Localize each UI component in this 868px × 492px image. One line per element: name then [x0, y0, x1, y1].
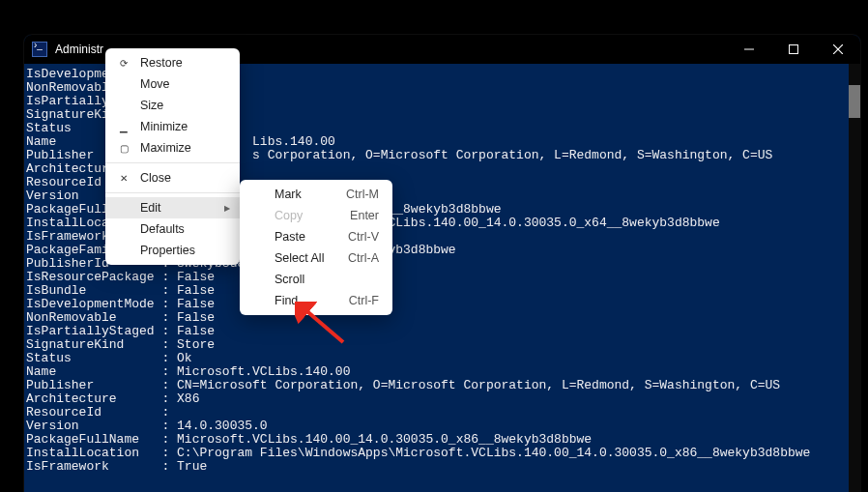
- menu-item-label: Minimize: [140, 120, 188, 133]
- menu-item-label: Select All: [275, 251, 324, 265]
- menu-glyph-icon: ✕: [117, 173, 130, 184]
- menu-item-label: Restore: [140, 56, 183, 70]
- system-menu-item-size[interactable]: Size: [105, 95, 240, 116]
- edit-menu-item-mark[interactable]: MarkCtrl-M: [240, 184, 392, 205]
- system-menu-item-minimize[interactable]: ▁Minimize: [105, 116, 240, 137]
- menu-item-shortcut: Enter: [350, 209, 379, 222]
- menu-item-label: Scroll: [275, 273, 304, 286]
- menu-item-shortcut: Ctrl-V: [348, 230, 379, 244]
- system-menu-item-separator: [105, 162, 240, 163]
- scrollbar-thumb[interactable]: [849, 85, 860, 118]
- edit-menu-item-copy: CopyEnter: [240, 205, 392, 226]
- terminal-line: NonRemovable : False: [26, 311, 849, 325]
- terminal-line: IsDevelopmentMode : False: [26, 298, 849, 311]
- menu-glyph-icon: ⟳: [117, 58, 130, 69]
- menu-item-shortcut: Ctrl-M: [346, 188, 379, 201]
- edit-submenu: MarkCtrl-MCopyEnterPasteCtrl-VSelect All…: [240, 180, 392, 315]
- edit-menu-item-find[interactable]: Find...Ctrl-F: [240, 290, 392, 311]
- menu-item-label: Mark: [275, 188, 302, 201]
- menu-item-label: Copy: [275, 209, 303, 222]
- terminal-line: Architecture : X86: [26, 392, 849, 406]
- edit-menu-item-select-all[interactable]: Select AllCtrl-A: [240, 247, 392, 269]
- maximize-button[interactable]: [771, 35, 816, 64]
- terminal-line: Publisher : CN=Microsoft Corporation, O=…: [26, 379, 849, 392]
- scrollbar-track[interactable]: [849, 64, 860, 492]
- system-menu-item-maximize[interactable]: ▢Maximize: [105, 137, 240, 159]
- system-menu-item-edit[interactable]: Edit▶: [105, 197, 240, 218]
- system-menu-item-move[interactable]: Move: [105, 73, 240, 95]
- terminal-line: Status : Ok: [26, 352, 849, 365]
- system-menu: ⟳RestoreMoveSize▁Minimize▢Maximize✕Close…: [105, 48, 240, 265]
- terminal-line: SignatureKind : Store: [26, 338, 849, 352]
- menu-item-label: Close: [140, 171, 171, 185]
- system-menu-item-separator: [105, 192, 240, 193]
- terminal-line: ResourceId :: [26, 406, 849, 420]
- menu-item-label: Maximize: [140, 141, 191, 155]
- edit-menu-item-scroll[interactable]: Scroll: [240, 269, 392, 290]
- menu-item-label: Move: [140, 77, 170, 91]
- terminal-line: IsResourcePackage : False: [26, 271, 849, 284]
- system-menu-item-restore[interactable]: ⟳Restore: [105, 52, 240, 73]
- system-menu-item-properties[interactable]: Properties: [105, 240, 240, 261]
- edit-menu-item-paste[interactable]: PasteCtrl-V: [240, 226, 392, 247]
- minimize-button[interactable]: [727, 35, 771, 64]
- window-title: Administr: [55, 43, 103, 56]
- system-menu-item-close[interactable]: ✕Close: [105, 167, 240, 188]
- chevron-right-icon: ▶: [224, 204, 230, 213]
- menu-item-label: Size: [140, 99, 163, 112]
- window-buttons: [727, 35, 860, 64]
- menu-item-label: Find...: [275, 294, 308, 307]
- svg-rect-1: [790, 45, 798, 54]
- menu-item-label: Paste: [275, 230, 305, 244]
- menu-glyph-icon: ▢: [117, 143, 130, 154]
- menu-item-label: Edit: [140, 201, 161, 215]
- menu-item-shortcut: Ctrl-F: [349, 294, 379, 307]
- close-button[interactable]: [816, 35, 860, 64]
- terminal-line: PackageFullName : Microsoft.VCLibs.140.0…: [26, 433, 849, 447]
- menu-item-label: Defaults: [140, 222, 185, 236]
- menu-item-shortcut: Ctrl-A: [348, 251, 379, 265]
- menu-glyph-icon: ▁: [117, 122, 130, 132]
- menu-item-label: Properties: [140, 244, 195, 257]
- terminal-line: Version : 14.0.30035.0: [26, 420, 849, 433]
- system-menu-item-defaults[interactable]: Defaults: [105, 218, 240, 240]
- terminal-line: IsBundle : False: [26, 284, 849, 298]
- terminal-line: IsFramework : True: [26, 460, 849, 474]
- terminal-line: IsPartiallyStaged : False: [26, 325, 849, 338]
- terminal-line: Name : Microsoft.VCLibs.140.00: [26, 365, 849, 379]
- terminal-line: InstallLocation : C:\Program Files\Windo…: [26, 447, 849, 460]
- powershell-icon: [32, 42, 47, 57]
